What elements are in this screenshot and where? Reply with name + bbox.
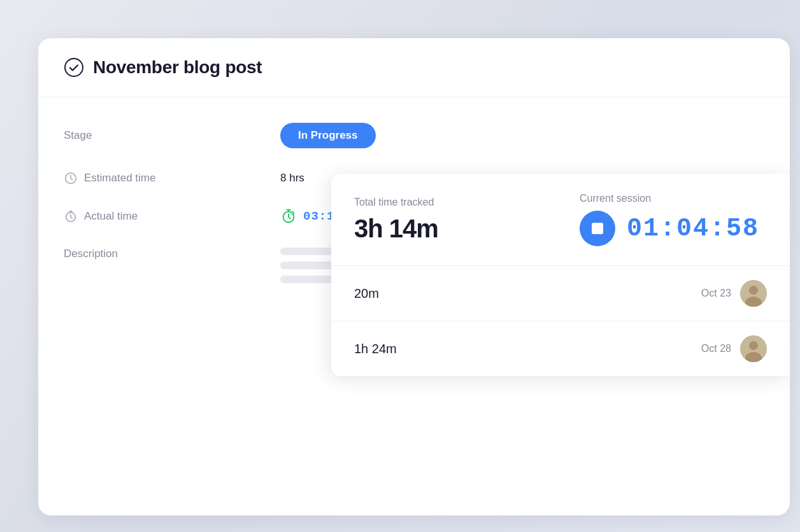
tracker-total-section: Total time tracked 3h 14m (354, 197, 541, 243)
stage-label: Stage (64, 129, 280, 142)
tracker-panel: Total time tracked 3h 14m Current sessio… (331, 174, 790, 377)
svg-point-0 (65, 59, 83, 76)
svg-point-6 (749, 286, 758, 295)
actual-time-label: Actual time (64, 209, 280, 223)
row-date: Oct 28 (701, 343, 731, 354)
stage-row: Stage In Progress (64, 123, 764, 148)
estimated-time-label: Estimated time (64, 171, 280, 185)
stop-button[interactable] (580, 211, 615, 246)
avatar (740, 280, 767, 307)
timer-green-icon (280, 208, 297, 225)
check-circle-icon (64, 57, 84, 78)
header: November blog post (38, 38, 790, 97)
stop-icon (592, 223, 603, 234)
total-time-label: Total time tracked (354, 197, 541, 208)
total-time-value: 3h 14m (354, 214, 541, 243)
svg-point-9 (749, 341, 758, 350)
content-area: Stage In Progress Estimated time 8 hrs (38, 97, 790, 332)
main-card: November blog post Stage In Progress E (38, 38, 790, 515)
avatar (740, 335, 767, 362)
row-duration: 20m (354, 286, 379, 301)
description-label: Description (64, 248, 280, 260)
page-title: November blog post (93, 57, 262, 78)
tracker-row: 20m Oct 23 (331, 266, 790, 321)
clock-icon (64, 171, 78, 185)
stage-value: In Progress (280, 123, 376, 148)
session-timer-row: 01:04:58 (580, 211, 767, 246)
tracker-rows: 20m Oct 23 1h 24m (331, 266, 790, 377)
tracker-session-section: Current session 01:04:58 (580, 193, 767, 246)
current-session-label: Current session (580, 193, 767, 204)
tracker-header: Total time tracked 3h 14m Current sessio… (331, 174, 790, 266)
tracker-row-right: Oct 28 (701, 335, 767, 362)
row-duration: 1h 24m (354, 342, 397, 356)
tracker-row: 1h 24m Oct 28 (331, 321, 790, 377)
estimated-time-value: 8 hrs (280, 172, 304, 185)
tracker-row-right: Oct 23 (701, 280, 767, 307)
session-time-value: 01:04:58 (627, 214, 759, 243)
stopwatch-icon (64, 209, 78, 223)
row-date: Oct 23 (701, 288, 731, 299)
stage-badge[interactable]: In Progress (280, 123, 376, 148)
